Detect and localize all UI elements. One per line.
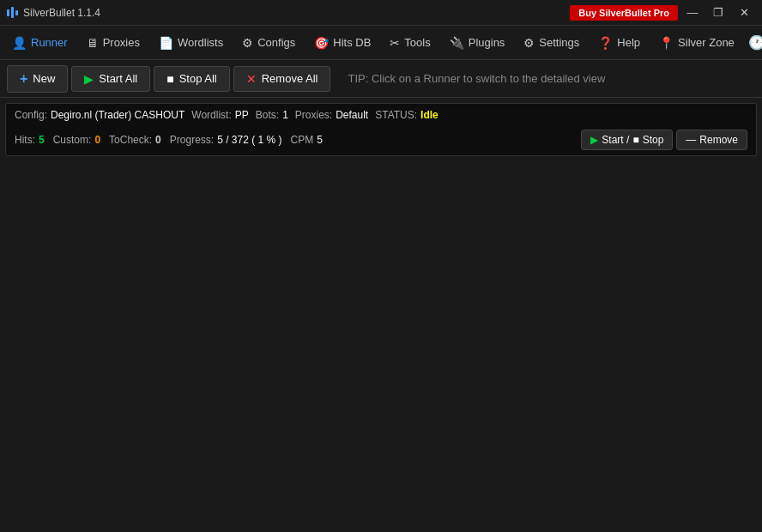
config-field: Config: Degiro.nl (Trader) CASHOUT	[15, 109, 184, 121]
runner-top-row: Config: Degiro.nl (Trader) CASHOUT Wordl…	[6, 104, 756, 126]
bots-value: 1	[282, 109, 288, 121]
silverzone-icon: 📍	[659, 36, 674, 50]
start-all-button[interactable]: ▶ Start All	[71, 66, 150, 92]
stop-all-label: Stop All	[179, 72, 217, 85]
nav-proxies-label: Proxies	[103, 36, 140, 49]
plugins-icon: 🔌	[450, 36, 464, 50]
runner-icon: 👤	[12, 36, 27, 50]
progress-display: 5 / 372 ( 1 % )	[217, 134, 281, 146]
nav-wordlists-label: Wordlists	[178, 36, 223, 49]
tip-text: TIP: Click on a Runner to switch to the …	[348, 72, 605, 85]
proxies-field: Proxies: Default	[295, 109, 368, 121]
toolbar: + New ▶ Start All ■ Stop All ✕ Remove Al…	[0, 60, 762, 98]
runner-remove-button[interactable]: — Remove	[676, 130, 747, 150]
nav-item-proxies[interactable]: 🖥 Proxies	[78, 33, 148, 53]
nav-runner-label: Runner	[31, 36, 68, 49]
close-button[interactable]: ✕	[733, 3, 755, 22]
custom-label: Custom:	[53, 134, 92, 146]
wordlists-icon: 📄	[159, 36, 173, 50]
nav-item-help[interactable]: ❓ Help	[590, 33, 649, 53]
proxies-icon: 🖥	[87, 36, 99, 50]
proxies-value: Default	[336, 109, 368, 121]
titlebar-right: Buy SilverBullet Pro — ❐ ✕	[570, 3, 755, 22]
cpm-field: CPM 5	[291, 134, 323, 146]
stop-all-button[interactable]: ■ Stop All	[154, 66, 230, 92]
nav-item-configs[interactable]: ⚙ Configs	[233, 33, 304, 53]
titlebar: SilverBullet 1.1.4 Buy SilverBullet Pro …	[0, 0, 762, 26]
titlebar-left: SilverBullet 1.1.4	[7, 7, 100, 19]
runner-bottom-row: Hits: 5 Custom: 0 ToCheck: 0 Progress: 5…	[6, 126, 756, 155]
start-all-icon: ▶	[84, 72, 94, 86]
wordlist-label: Wordlist:	[191, 109, 231, 121]
nav-plugins-label: Plugins	[469, 36, 505, 49]
tocheck-value: 0	[155, 134, 161, 146]
hits-value: 5	[39, 134, 45, 146]
config-label: Config:	[15, 109, 47, 121]
runner-actions: ▶ Start / ■ Stop — Remove	[581, 130, 747, 150]
tocheck-field: ToCheck: 0	[109, 134, 161, 146]
configs-icon: ⚙	[242, 36, 253, 50]
hitsdb-icon: 🎯	[314, 36, 329, 50]
start-all-label: Start All	[99, 72, 137, 85]
nav-settings-label: Settings	[539, 36, 579, 49]
runner-card[interactable]: Config: Degiro.nl (Trader) CASHOUT Wordl…	[5, 103, 757, 156]
status-field: STATUS: Idle	[375, 109, 438, 121]
settings-icon: ⚙	[523, 36, 535, 50]
custom-value: 0	[94, 134, 100, 146]
custom-field: Custom: 0	[53, 134, 100, 146]
nav-silverzone-label: Silver Zone	[678, 36, 735, 49]
wordlist-value: PP	[235, 109, 249, 121]
config-value: Degiro.nl (Trader) CASHOUT	[51, 109, 184, 121]
nav-help-label: Help	[617, 36, 640, 49]
app-icon	[7, 7, 18, 18]
start-label: Start /	[602, 134, 629, 146]
bots-field: Bots: 1	[256, 109, 288, 121]
runner-start-stop-button[interactable]: ▶ Start / ■ Stop	[581, 130, 673, 150]
proxies-label: Proxies:	[295, 109, 332, 121]
runner-list: Config: Degiro.nl (Trader) CASHOUT Wordl…	[0, 98, 762, 165]
remove-label: Remove	[699, 134, 738, 146]
cpm-value: 5	[317, 134, 323, 146]
wordlist-field: Wordlist: PP	[191, 109, 248, 121]
tools-icon: ✂	[390, 36, 400, 50]
remove-all-label: Remove All	[262, 72, 318, 85]
tocheck-label: ToCheck:	[109, 134, 152, 146]
remove-all-button[interactable]: ✕ Remove All	[233, 66, 331, 92]
new-button[interactable]: + New	[7, 65, 68, 93]
nav-item-plugins[interactable]: 🔌 Plugins	[441, 33, 514, 53]
stop-all-icon: ■	[166, 72, 173, 86]
nav-right-icons: 🕐 📷 💬 ✈	[745, 31, 762, 55]
hits-field: Hits: 5	[15, 134, 45, 146]
hits-label: Hits:	[15, 134, 35, 146]
bots-label: Bots:	[256, 109, 279, 121]
nav-item-settings[interactable]: ⚙ Settings	[515, 33, 588, 53]
history-icon-btn[interactable]: 🕐	[745, 31, 762, 55]
nav-item-tools[interactable]: ✂ Tools	[381, 33, 438, 53]
stop-label: Stop	[643, 134, 664, 146]
stop-square-icon: ■	[632, 134, 638, 146]
help-icon: ❓	[598, 36, 613, 50]
nav-tools-label: Tools	[404, 36, 430, 49]
nav-item-wordlists[interactable]: 📄 Wordlists	[150, 33, 232, 53]
nav-configs-label: Configs	[257, 36, 295, 49]
new-label: New	[33, 72, 55, 85]
cpm-label: CPM	[291, 134, 314, 146]
remove-all-icon: ✕	[246, 72, 257, 86]
app-title: SilverBullet 1.1.4	[23, 7, 100, 19]
nav-item-runner[interactable]: 👤 Runner	[3, 33, 76, 53]
restore-button[interactable]: ❐	[707, 3, 729, 22]
status-value: Idle	[420, 109, 438, 121]
progress-field: Progress: 5 / 372 ( 1 % )	[170, 134, 282, 146]
minimize-button[interactable]: —	[681, 3, 704, 22]
nav-item-hitsdb[interactable]: 🎯 Hits DB	[305, 33, 379, 53]
play-icon: ▶	[590, 134, 598, 146]
nav-item-silverzone[interactable]: 📍 Silver Zone	[650, 33, 743, 53]
new-icon: +	[20, 71, 27, 87]
nav-hitsdb-label: Hits DB	[333, 36, 371, 49]
status-label: STATUS:	[375, 109, 417, 121]
buy-button[interactable]: Buy SilverBullet Pro	[570, 5, 678, 21]
remove-icon: —	[686, 134, 696, 146]
progress-label: Progress:	[170, 134, 214, 146]
navbar: 👤 Runner 🖥 Proxies 📄 Wordlists ⚙ Configs…	[0, 26, 762, 60]
